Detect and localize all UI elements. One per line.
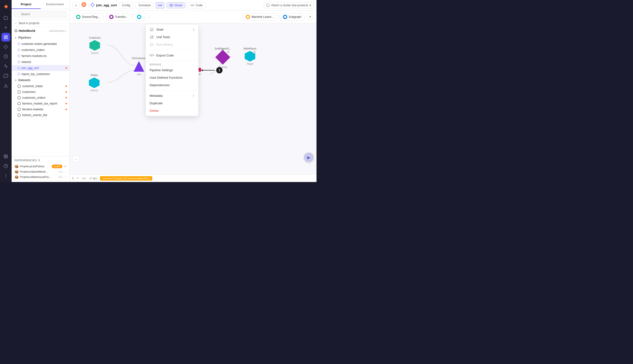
dep-edit-icon[interactable]: ✏ xyxy=(64,164,67,168)
menu-item-pipeline-settings[interactable]: Pipeline Settings 1 xyxy=(146,66,198,74)
sidebar-more-icon[interactable] xyxy=(2,172,10,180)
svg-point-17 xyxy=(6,176,6,176)
pipeline-item-join-agg-sort[interactable]: ⬡ join_agg_sort xyxy=(12,65,69,71)
metadata-external-icon: ↗ xyxy=(192,94,194,98)
menu-item-run-history: Run History xyxy=(146,41,198,48)
sidebar-diamond-icon[interactable] xyxy=(2,42,10,51)
tab-project[interactable]: Project xyxy=(12,0,41,9)
dataset-circle-icon xyxy=(18,90,21,94)
orders-hex-shape xyxy=(89,78,100,88)
sidebar-add-icon[interactable] xyxy=(2,23,10,32)
arrow-line xyxy=(200,70,215,70)
dep-expand-icon[interactable]: › xyxy=(66,170,67,173)
tab-schedule[interactable]: Schedule xyxy=(135,2,154,8)
sidebar-folder-icon[interactable] xyxy=(2,14,10,22)
sidebar-pulse-icon[interactable] xyxy=(2,62,10,70)
svg-rect-2 xyxy=(4,36,5,37)
canvas-tab-source-label: Source/Targ... xyxy=(82,15,100,18)
dataset-item-historic-events[interactable]: historic_events_flat xyxy=(12,112,69,118)
canvas-tab-more[interactable]: ... xyxy=(133,13,149,21)
logo-button[interactable]: ◆ xyxy=(2,2,10,10)
dataset-item-farmers-tax[interactable]: farmers_market_tax_report xyxy=(12,101,69,106)
pipeline-item-farmers-irs[interactable]: ⬡ farmers-markets-irs xyxy=(12,53,69,59)
dep-update-badge[interactable]: Update xyxy=(52,164,62,168)
tab-config[interactable]: Config xyxy=(119,2,134,8)
svg-marker-22 xyxy=(91,3,95,7)
customers-counter xyxy=(99,40,101,40)
pipeline-item-report-top[interactable]: ⬡ report_top_customers xyxy=(12,71,69,77)
attach-cluster-button[interactable]: Attach a cluster (kw-product) ▾ xyxy=(264,2,313,8)
manage-section-label: MANAGE xyxy=(146,62,198,66)
node-write-report[interactable]: WriteReport 0 Target xyxy=(243,47,256,65)
search-input[interactable] xyxy=(14,11,67,18)
datasets-label: Datasets xyxy=(18,78,31,82)
menu-item-metadata[interactable]: Metadata ↗ xyxy=(146,92,198,100)
menu-run-history-label: Run History xyxy=(156,43,173,46)
tab-visual[interactable]: Visual xyxy=(166,2,185,8)
menu-divider-3 xyxy=(146,90,198,90)
node-join-sublabel: Join xyxy=(137,73,141,76)
node-sort-biggest[interactable]: SortBiggestO... 0 OrderBy xyxy=(214,47,231,68)
pipeline-icon: ⬡ xyxy=(18,60,20,64)
tab-more[interactable]: ••• xyxy=(156,2,165,9)
pipelines-section-header[interactable]: ▼ Pipelines xyxy=(12,34,69,41)
dependencies-header: DEPENDENCIES 5 xyxy=(15,159,67,162)
canvas-tab-subgraph-label: Subgraph xyxy=(289,15,301,18)
dataset-item-farmers-markets[interactable]: farmers-markets xyxy=(12,106,69,112)
dep-item-prophecy-warehouse: 📦 ProphecyWarehousePyt... 0.0... › xyxy=(15,174,67,180)
app-container: ◆ xyxy=(0,0,316,182)
dataset-name: customers xyxy=(22,90,36,94)
dataset-dot-indicator xyxy=(66,91,67,93)
bottom-info-button[interactable]: ℹ xyxy=(73,177,74,180)
dataset-item-customer-totals[interactable]: customer_totals xyxy=(12,83,69,89)
svg-marker-28 xyxy=(284,16,286,18)
menu-item-duplicate[interactable]: Duplicate xyxy=(146,100,198,107)
dependencies-section: DEPENDENCIES 5 📦 ProphecyLibsPython Upda… xyxy=(12,156,69,182)
dataset-circle-icon xyxy=(18,114,21,117)
menu-item-unit-tests[interactable]: Unit Tests xyxy=(146,33,198,41)
pipeline-item-customer-orders[interactable]: ⬡ customer-orders-generated xyxy=(12,41,69,47)
breadcrumb-app-icon xyxy=(81,2,87,8)
back-to-projects[interactable]: ← Back to projects xyxy=(12,20,69,27)
canvas-add-tab-button[interactable]: + xyxy=(307,14,313,20)
bottom-code-button[interactable]: </> xyxy=(82,177,86,180)
pipeline-item-interest[interactable]: ⬡ interest xyxy=(12,59,69,65)
menu-item-user-functions[interactable]: User-Defined Functions xyxy=(146,74,198,81)
menu-item-dependencies[interactable]: Dependencies xyxy=(146,81,198,89)
sidebar-map-icon[interactable] xyxy=(2,72,10,80)
canvas-tab-source[interactable]: Source/Targ... xyxy=(73,13,104,21)
dep-expand-icon[interactable]: › xyxy=(66,176,67,178)
canvas-expand-button[interactable]: ↓ xyxy=(73,156,79,162)
dataset-item-customers-orders[interactable]: customers_orders xyxy=(12,95,69,101)
nav-back-button[interactable]: « xyxy=(73,2,79,9)
canvas-tab-subgraph[interactable]: Subgraph xyxy=(279,13,305,21)
datasets-section-header[interactable]: ▼ Datasets xyxy=(12,77,69,83)
run-pipeline-button[interactable]: ▶ xyxy=(304,152,313,162)
bottom-branch-button[interactable]: ⎇ dev xyxy=(89,177,97,180)
menu-item-export-code[interactable]: </> Export Code xyxy=(146,52,198,59)
node-join[interactable]: PerCustomer Join xyxy=(132,57,146,76)
node-orders[interactable]: Orders Source xyxy=(89,74,100,92)
node-customers-title: Customers xyxy=(89,36,101,39)
customers-hex-shape xyxy=(89,40,100,51)
pipeline-item-customers-orders[interactable]: ⬡ customers_orders xyxy=(12,47,69,53)
cluster-chevron-icon: ▾ xyxy=(309,4,311,7)
sidebar-download-icon[interactable] xyxy=(2,81,10,90)
menu-item-shell[interactable]: Shell ℹ xyxy=(146,26,198,33)
commit-changes-button[interactable]: Commit Changes (15 uncommitted files) xyxy=(100,176,152,180)
svg-point-23 xyxy=(171,5,172,6)
sidebar-grid-icon[interactable] xyxy=(2,33,10,42)
sidebar-table-icon[interactable] xyxy=(2,152,10,161)
sidebar-clock-icon[interactable] xyxy=(2,52,10,61)
menu-item-delete[interactable]: Delete xyxy=(146,107,198,114)
bottom-chart-button[interactable]: 〜 xyxy=(76,176,79,180)
write-counter: 0 xyxy=(253,50,256,53)
sidebar-help-icon[interactable] xyxy=(2,162,10,170)
dep-name: ProphecySparkAbiniti... xyxy=(20,170,57,173)
canvas-tab-ml[interactable]: Machine Learni... xyxy=(242,13,277,21)
node-customers[interactable]: Customers Source xyxy=(89,36,101,54)
canvas-tab-transform[interactable]: Transfor... xyxy=(106,13,132,21)
dataset-item-customers[interactable]: customers xyxy=(12,89,69,95)
tab-environment[interactable]: Environment xyxy=(41,0,70,9)
tab-code[interactable]: </> Code xyxy=(187,2,206,8)
